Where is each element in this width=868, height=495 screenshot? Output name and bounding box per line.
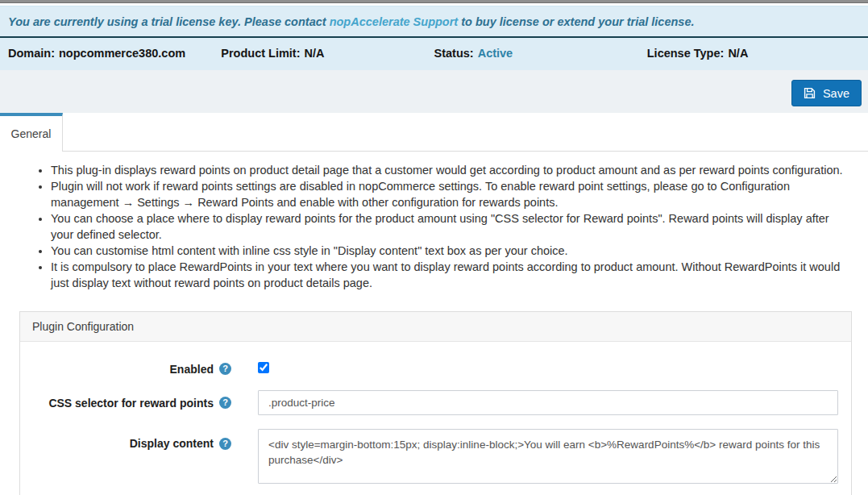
- plugin-configuration-panel: Plugin Configuration Enabled ? CSS selec…: [19, 311, 852, 495]
- display-content-textarea[interactable]: <div style=margin-bottom:15px; display:i…: [258, 429, 838, 484]
- css-selector-input[interactable]: [258, 390, 838, 415]
- help-icon[interactable]: ?: [219, 363, 231, 375]
- tab-general[interactable]: General: [0, 113, 63, 152]
- save-button-label: Save: [823, 87, 849, 100]
- enabled-label: Enabled: [170, 363, 214, 376]
- license-info-license-type: License Type:N/A: [647, 47, 860, 60]
- trial-message-after: to buy license or extend your trial lice…: [458, 15, 694, 28]
- panel-body: Enabled ? CSS selector for reward points…: [20, 342, 851, 495]
- enabled-control: [258, 361, 838, 376]
- help-icon[interactable]: ?: [219, 438, 231, 450]
- trial-license-banner: You are currently using a trial license …: [0, 6, 868, 70]
- display-content-label: Display content: [130, 437, 214, 450]
- instruction-item: You can customise html content with inli…: [51, 243, 844, 259]
- css-selector-label: CSS selector for reward points: [48, 397, 214, 410]
- status-label: Status:: [434, 47, 474, 60]
- instruction-item: You can choose a place where to display …: [51, 210, 844, 243]
- toolbar: Save: [0, 70, 868, 113]
- tab-general-label: General: [11, 127, 52, 140]
- license-info-domain: Domain:nopcommerce380.com: [8, 47, 221, 60]
- domain-label: Domain:: [8, 47, 55, 60]
- domain-value: nopcommerce380.com: [59, 47, 185, 60]
- css-selector-control: [258, 390, 838, 415]
- product-limit-label: Product Limit:: [221, 47, 300, 60]
- trial-message-before: You are currently using a trial license …: [8, 15, 330, 28]
- help-icon[interactable]: ?: [219, 397, 231, 409]
- plugin-instructions-list: This plug-in displays reward points on p…: [35, 162, 844, 291]
- license-type-value: N/A: [728, 47, 748, 60]
- save-button[interactable]: Save: [791, 80, 862, 106]
- save-icon: [804, 87, 816, 99]
- instruction-item: This plug-in displays reward points on p…: [51, 162, 844, 178]
- status-value: Active: [478, 47, 513, 60]
- license-info-status: Status:Active: [434, 47, 647, 60]
- product-limit-value: N/A: [305, 47, 325, 60]
- display-content-label-group: Display content ?: [33, 429, 231, 450]
- css-selector-label-group: CSS selector for reward points ?: [33, 397, 231, 410]
- enabled-row: Enabled ?: [33, 361, 838, 376]
- enabled-label-group: Enabled ?: [33, 363, 231, 376]
- panel-title: Plugin Configuration: [20, 312, 851, 342]
- enabled-checkbox[interactable]: [258, 362, 269, 373]
- license-type-label: License Type:: [647, 47, 725, 60]
- license-info-product-limit: Product Limit:N/A: [221, 47, 434, 60]
- display-content-row: Display content ? <div style=margin-bott…: [33, 429, 838, 487]
- display-content-control: <div style=margin-bottom:15px; display:i…: [258, 429, 838, 487]
- css-selector-row: CSS selector for reward points ?: [33, 390, 838, 415]
- instruction-item: It is compulsory to place RewardPoints i…: [51, 259, 844, 291]
- tabstrip: General: [0, 113, 868, 152]
- nopaccelerate-support-link[interactable]: nopAccelerate Support: [330, 15, 459, 28]
- trial-license-message: You are currently using a trial license …: [0, 6, 868, 36]
- license-info-bar: Domain:nopcommerce380.com Product Limit:…: [0, 38, 868, 70]
- instruction-item: Plugin will not work if reward points se…: [51, 178, 844, 210]
